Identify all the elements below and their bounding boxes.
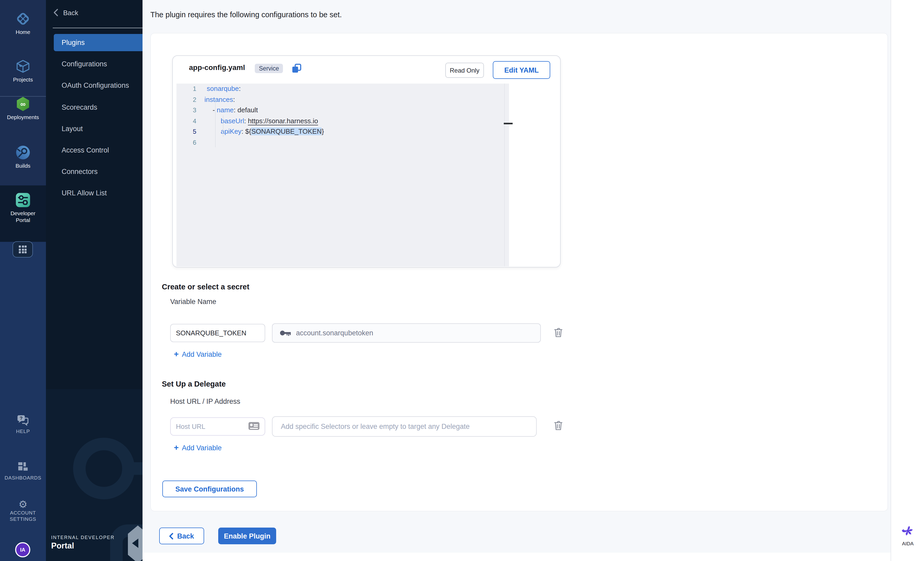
line-number: 3 [177,105,196,116]
app-window: Home Projects ∞ Deployments Builds Devel… [0,0,924,561]
gear-icon: ⚙ [18,499,27,510]
save-configurations-button[interactable]: Save Configurations [162,481,257,497]
rail-item-account-settings[interactable]: ⚙ ACCOUNT SETTINGS [0,499,46,522]
back-button-label: Back [177,532,194,540]
dashboards-icon [18,462,28,475]
plus-icon: + [174,350,179,358]
copy-icon[interactable] [291,63,302,76]
sidebar-footer-kicker: INTERNAL DEVELOPER [51,535,115,540]
aida-flower-icon [902,525,914,537]
rail-item-label: Home [0,29,46,35]
add-variable-label: Add Variable [182,444,222,451]
delete-variable-icon[interactable] [554,327,563,340]
line-number: 4 [177,116,196,126]
chevron-left-icon [170,532,174,539]
editor-overview-ruler-mark [504,123,513,124]
key-icon [280,329,291,336]
yaml-url-link[interactable]: https://sonar.harness.io [248,117,318,125]
secret-value: account.sonarqubetoken [296,329,373,337]
add-variable-button-delegate[interactable]: + Add Variable [174,444,222,452]
grid-icon [19,245,27,253]
decorative-bar [129,462,142,475]
code-line: 5 apiKey: ${SONARQUBE_TOKEN} [177,126,509,137]
indent-guide [223,116,224,137]
avatar-initials: IA [20,547,26,553]
rail-item-label: Projects [0,76,46,83]
variable-name-label: Variable Name [170,298,216,305]
sidebar-back-button[interactable]: Back [53,8,78,17]
line-number: 1 [177,84,196,94]
read-only-button[interactable]: Read Only [445,63,484,78]
sidebar-item-url-allow-list[interactable]: URL Allow List [62,189,107,197]
decorative-triangle [132,538,138,548]
add-variable-label: Add Variable [182,350,222,358]
builds-ci-icon [15,145,31,162]
highlighted-token: SONARQUBE_TOKEN [251,128,322,135]
yaml-editor-card: app-config.yaml Service Read Only Edit Y… [172,56,561,268]
bottom-strip [142,553,924,561]
service-badge: Service [255,64,283,73]
edit-yaml-button[interactable]: Edit YAML [493,61,550,79]
variable-name-input[interactable] [170,324,265,342]
indent-guide [215,99,215,147]
rail-item-home[interactable]: Home [0,11,46,35]
intro-text: The plugin requires the following config… [150,11,342,19]
rail-item-help[interactable]: ? HELP [0,415,46,434]
sidebar-footer-title: Portal [51,541,74,550]
aida-rail: AIDA [891,0,924,561]
projects-cube-icon [15,59,31,76]
code-line: 3 - name: default [177,105,509,116]
line-number: 2 [177,94,196,105]
sidebar-item-configurations[interactable]: Configurations [62,60,107,68]
rail-item-label: Builds [0,162,46,169]
sidebar-item-scorecards[interactable]: Scorecards [62,103,98,111]
deployments-cd-icon: ∞ [15,96,31,114]
harness-home-icon [15,11,31,29]
sidebar-item-access-control[interactable]: Access Control [62,146,109,154]
idp-sidebar: Back Plugins Configurations OAuth Config… [46,0,142,561]
sidebar-item-layout[interactable]: Layout [62,125,83,132]
module-rail: Home Projects ∞ Deployments Builds Devel… [0,0,46,561]
help-chat-icon: ? [17,415,29,428]
rail-item-builds[interactable]: Builds [0,145,46,169]
code-line: 1 sonarqube: [177,84,509,94]
secret-select-field[interactable]: account.sonarqubetoken [272,323,541,343]
enable-plugin-button[interactable]: Enable Plugin [218,528,276,544]
code-editor[interactable]: 1 sonarqube: 2 instances: 3 - name: defa… [177,84,509,266]
code-line: 2 instances: [177,94,509,105]
rail-item-label: ACCOUNT SETTINGS [0,510,46,522]
aida-button[interactable]: AIDA [898,525,917,546]
decorative-circle [73,438,135,499]
fixed-value-icon[interactable] [249,422,260,430]
module-picker-button[interactable] [12,241,33,257]
yaml-filename: app-config.yaml [189,63,245,72]
line-number-active: 5 [177,126,196,137]
rail-item-label: Deployments [0,114,46,120]
sidebar-item-plugins[interactable]: Plugins [54,34,142,51]
user-avatar[interactable]: IA [15,542,30,557]
sidebar-item-label: Plugins [54,39,85,47]
back-label: Back [63,9,78,17]
rail-item-developer-portal[interactable]: Developer Portal [0,192,46,223]
delete-delegate-row-icon[interactable] [554,420,563,433]
line-number: 6 [177,137,196,148]
rail-item-label: DASHBOARDS [0,475,46,481]
delegate-selectors-input[interactable] [272,416,537,437]
plus-icon: + [174,444,179,452]
editor-minimap-divider [504,84,505,266]
code-line: 6 [177,137,509,148]
rail-item-projects[interactable]: Projects [0,59,46,83]
aida-label: AIDA [898,541,917,546]
rail-item-label: HELP [0,428,46,434]
chevron-left-icon [53,8,58,17]
developer-portal-icon [15,192,31,210]
rail-item-dashboards[interactable]: DASHBOARDS [0,462,46,481]
secret-section-title: Create or select a secret [162,283,249,291]
svg-text:∞: ∞ [20,100,26,108]
sidebar-item-connectors[interactable]: Connectors [62,167,98,175]
sidebar-item-oauth-configurations[interactable]: OAuth Configurations [62,81,129,89]
back-button[interactable]: Back [159,528,204,544]
host-url-label: Host URL / IP Address [170,397,240,405]
add-variable-button-secret[interactable]: + Add Variable [174,350,222,358]
rail-item-deployments[interactable]: ∞ Deployments [0,96,46,120]
